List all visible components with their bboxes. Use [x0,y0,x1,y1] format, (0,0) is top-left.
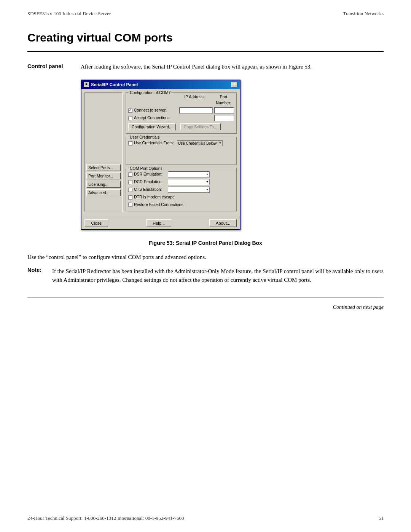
dtr-label: DTR is modem escape [134,194,175,200]
dcd-checkbox[interactable] [128,180,132,184]
dsr-row: DSR Emulation: ▼ [128,171,234,177]
com-port-options-group: COM Port Options DSR Emulation: ▼ [126,168,237,211]
dtr-checkbox[interactable] [128,195,132,200]
com-port-legend: COM Port Options [129,166,163,172]
restore-failed-checkbox[interactable] [128,203,132,207]
cts-checkbox[interactable] [128,188,132,192]
credentials-dropdown-arrow: ▼ [219,141,221,145]
licensing-button[interactable]: Licensing... [86,181,121,188]
config-group-legend: Configuration of COM7 [129,90,171,96]
body-text: Use the “control panel” to configure vir… [27,253,384,262]
use-credentials-label: Use Credentials From: [134,140,174,146]
note-block: Note: If the Serial/IP Redirector has be… [27,267,384,285]
dtr-row: DTR is modem escape [128,194,234,200]
dsr-select[interactable]: ▼ [168,171,210,177]
config-group: Configuration of COM7 IP Address: Port N… [126,92,237,134]
connect-server-label: Connect to server: [134,107,167,113]
accept-connections-input[interactable] [214,115,234,121]
wizard-copy-row: Configuration Wizard... Copy Settings To… [128,123,234,130]
config-wizard-button[interactable]: Configuration Wizard... [128,123,176,130]
page-footer: 24-Hour Technical Support: 1-800-260-131… [27,515,384,521]
credentials-option: Use Credentials Below [178,141,217,146]
dialog-icon: ■ [84,82,89,87]
accept-connections-label: Accept Connections: [134,115,170,121]
continued-text: Continued on next page [27,304,384,310]
dialog-right-panel: Configuration of COM7 IP Address: Port N… [126,92,237,212]
chapter-title: Creating virtual COM ports [27,31,384,44]
user-credentials-legend: User Credentials [129,134,160,141]
cts-label: CTS Emulation: [134,187,166,193]
dsr-label: DSR Emulation: [134,171,166,177]
header-right: Transition Networks [343,11,384,17]
connect-server-row: Connect to server: [128,107,234,113]
footer-left: 24-Hour Technical Support: 1-800-260-131… [27,515,184,521]
use-credentials-row: Use Credentials From: Use Credentials Be… [128,140,234,146]
page-content: Creating virtual COM ports Control panel… [0,31,411,310]
control-panel-section: Control panel After loading the software… [27,62,384,232]
copy-settings-button[interactable]: Copy Settings To... [180,123,221,130]
dcd-label: DCD Emulation: [134,179,166,185]
section-intro: After loading the software, the Serial I… [81,62,384,232]
dialog-title: Serial/IP Control Panel [91,81,138,88]
restore-failed-row: Restore Failed Connections [128,202,234,208]
port-number-label: Port Number: [213,94,234,106]
page-header: SDSFE31xx-100 Industrial Device Server T… [0,0,411,17]
dialog-close-button[interactable]: ✕ [231,82,237,87]
dialog-titlebar: ■ Serial/IP Control Panel ✕ [81,80,240,89]
dcd-row: DCD Emulation: ▼ [128,179,234,185]
dialog-wrapper: ■ Serial/IP Control Panel ✕ Select Ports… [81,80,384,230]
footer-right: 51 [379,515,384,521]
header-left: SDSFE31xx-100 Industrial Device Server [27,11,111,17]
note-text: If the Serial/IP Redirector has been ins… [52,267,384,285]
dialog-bottom-buttons: Close Help... About... [81,217,240,229]
figure-caption: Figure 53: Serial IP Control Panel Dialo… [27,240,384,246]
ip-address-input[interactable] [179,107,213,113]
port-number-input[interactable] [214,107,234,113]
cts-select[interactable]: ▼ [168,187,210,193]
dcd-dropdown-arrow: ▼ [206,180,209,184]
ip-address-label: IP Address: [177,94,212,106]
credentials-select[interactable]: Use Credentials Below ▼ [177,140,223,146]
cts-row: CTS Emulation: ▼ [128,187,234,193]
restore-failed-label: Restore Failed Connections [134,202,183,208]
close-button[interactable]: Close [84,219,108,227]
credentials-spacer [128,146,234,161]
port-monitor-button[interactable]: Port Monitor... [86,173,121,179]
serial-ip-control-panel-dialog: ■ Serial/IP Control Panel ✕ Select Ports… [81,80,241,230]
top-divider [27,51,384,52]
titlebar-left: ■ Serial/IP Control Panel [84,81,138,88]
select-ports-button[interactable]: Select Ports... [86,164,121,171]
dcd-select[interactable]: ▼ [168,179,210,185]
about-button[interactable]: About... [209,219,237,227]
dialog-left-panel: Select Ports... Port Monitor... Licensin… [84,92,123,212]
cts-dropdown-arrow: ▼ [206,188,209,192]
left-panel-spacer [86,94,121,163]
user-credentials-group: User Credentials Use Credentials From: U… [126,137,237,165]
accept-connections-row: Accept Connections: [128,115,234,121]
connect-server-checkbox[interactable] [128,109,132,113]
help-button[interactable]: Help... [146,219,171,227]
section-label: Control panel [27,62,69,232]
accept-connections-checkbox[interactable] [128,116,132,120]
dialog-body: Select Ports... Port Monitor... Licensin… [81,89,240,215]
bottom-divider [27,297,384,297]
use-credentials-checkbox[interactable] [128,141,132,145]
note-label: Note: [27,267,48,285]
advanced-button[interactable]: Advanced... [86,189,121,196]
dsr-dropdown-arrow: ▼ [206,173,209,177]
dsr-checkbox[interactable] [128,173,132,177]
